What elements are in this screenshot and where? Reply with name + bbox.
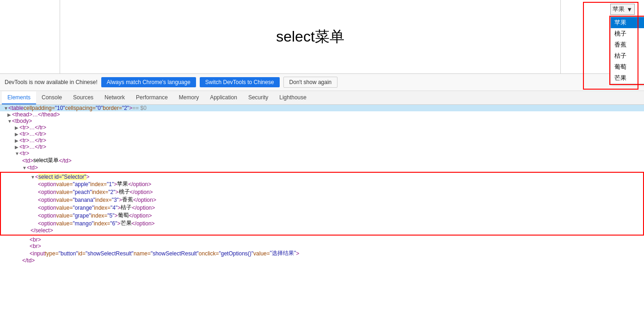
dropdown-option-2[interactable]: 桃子 xyxy=(611,28,644,39)
dom-line-td-open[interactable]: ▼ <td> xyxy=(0,164,644,171)
dom-line-tbody[interactable]: ▼ <tbody> xyxy=(0,118,644,124)
tab-performance[interactable]: Performance xyxy=(130,91,173,104)
language-bar-message: DevTools is now available in Chinese! xyxy=(5,79,98,85)
match-language-button[interactable]: Always match Chrome's language xyxy=(101,77,196,87)
dom-line-select-close[interactable]: </select> xyxy=(1,227,643,234)
dom-line-option-1[interactable]: <option value="apple" index="1" >苹果</opt… xyxy=(1,180,643,188)
dom-line-select-open[interactable]: ▼ <select id="Selector"> xyxy=(1,174,643,180)
select-value: 苹果 xyxy=(613,5,625,13)
dom-line-thead[interactable]: ▶ <thead>…</thead> xyxy=(0,111,644,118)
select-box[interactable]: 苹果 ▼ xyxy=(610,4,635,15)
dropdown-option-5[interactable]: 葡萄 xyxy=(611,61,644,73)
tab-console[interactable]: Console xyxy=(36,91,67,104)
dont-show-again-button[interactable]: Don't show again xyxy=(283,77,338,88)
dropdown-option-6[interactable]: 芒果 xyxy=(611,73,644,84)
dom-line-option-2[interactable]: <option value="peach" index="2" >桃子</opt… xyxy=(1,188,643,196)
dom-line-td-label[interactable]: <td>select菜单</td> xyxy=(0,157,644,164)
language-notification-bar: DevTools is now available in Chinese! Al… xyxy=(0,74,644,91)
tab-memory[interactable]: Memory xyxy=(173,91,204,104)
tab-sources[interactable]: Sources xyxy=(67,91,99,104)
dom-line-option-5[interactable]: <option value="grape" index="5" >葡萄</opt… xyxy=(1,212,643,219)
dropdown-arrow-icon: ▼ xyxy=(626,6,632,13)
attr-cellpadding: cellpadding= xyxy=(24,105,55,111)
page-heading: select菜单 xyxy=(276,27,344,47)
dom-line-br-2[interactable]: <br> xyxy=(0,243,644,249)
collapse-arrow[interactable]: ▼ xyxy=(4,106,8,111)
dropdown-option-3[interactable]: 香蕉 xyxy=(611,39,644,50)
dom-line-tr-4[interactable]: ▶ <tr>…</tr> xyxy=(0,144,644,150)
dom-line-option-3[interactable]: <option value="banana" index="3" >香蕉</op… xyxy=(1,196,643,204)
dropdown-popup: 苹果 桃子 香蕉 桔子 葡萄 芒果 xyxy=(610,17,644,84)
dom-line-option-6[interactable]: <option value="mango" index="6" >芒果</opt… xyxy=(1,219,643,227)
dom-line-option-4[interactable]: <option value="orange" index="4" >桔子</op… xyxy=(1,204,643,212)
dom-line-input[interactable]: <input type="button" id="showSelectResul… xyxy=(0,249,644,257)
dom-line-br-1[interactable]: <br> xyxy=(0,236,644,243)
dom-line-tr-1[interactable]: ▶ <tr>…</tr> xyxy=(0,124,644,131)
select-preview[interactable]: 苹果 ▼ 苹果 桃子 香蕉 桔子 葡萄 芒果 xyxy=(610,4,635,15)
dom-line-table[interactable]: ▼ <table cellpadding="10" cellspacing="0… xyxy=(0,105,644,111)
devtools-tabs: Elements Console Sources Network Perform… xyxy=(0,91,644,105)
dropdown-option-4[interactable]: 桔子 xyxy=(611,50,644,61)
preview-right-panel: 苹果 ▼ 苹果 桃子 香蕉 桔子 葡萄 芒果 xyxy=(561,0,644,73)
select-dom-highlight: ▼ <select id="Selector"> <option value="… xyxy=(0,172,644,236)
dom-inspector: ▼ <table cellpadding="10" cellspacing="0… xyxy=(0,105,644,327)
tab-elements[interactable]: Elements xyxy=(2,91,36,104)
preview-left-panel xyxy=(0,0,60,73)
tab-application[interactable]: Application xyxy=(204,91,243,104)
dom-line-tr-3[interactable]: ▶ <tr>…</tr> xyxy=(0,137,644,144)
devtools-container: select菜单 苹果 ▼ 苹果 桃子 香蕉 桔子 葡萄 芒果 xyxy=(0,0,644,327)
dom-line-tr-2[interactable]: ▶ <tr>…</tr> xyxy=(0,131,644,137)
tab-security[interactable]: Security xyxy=(243,91,274,104)
switch-to-chinese-button[interactable]: Switch DevTools to Chinese xyxy=(200,77,280,87)
tab-network[interactable]: Network xyxy=(99,91,130,104)
tag-table: <table xyxy=(8,105,24,111)
dom-line-tr-open[interactable]: ▼ <tr> xyxy=(0,150,644,157)
preview-area: select菜单 苹果 ▼ 苹果 桃子 香蕉 桔子 葡萄 芒果 xyxy=(0,0,644,74)
preview-title: select菜单 xyxy=(60,0,561,73)
tab-lighthouse[interactable]: Lighthouse xyxy=(274,91,312,104)
dom-line-td-close[interactable]: </td> xyxy=(0,257,644,264)
dropdown-option-1[interactable]: 苹果 xyxy=(611,17,644,28)
